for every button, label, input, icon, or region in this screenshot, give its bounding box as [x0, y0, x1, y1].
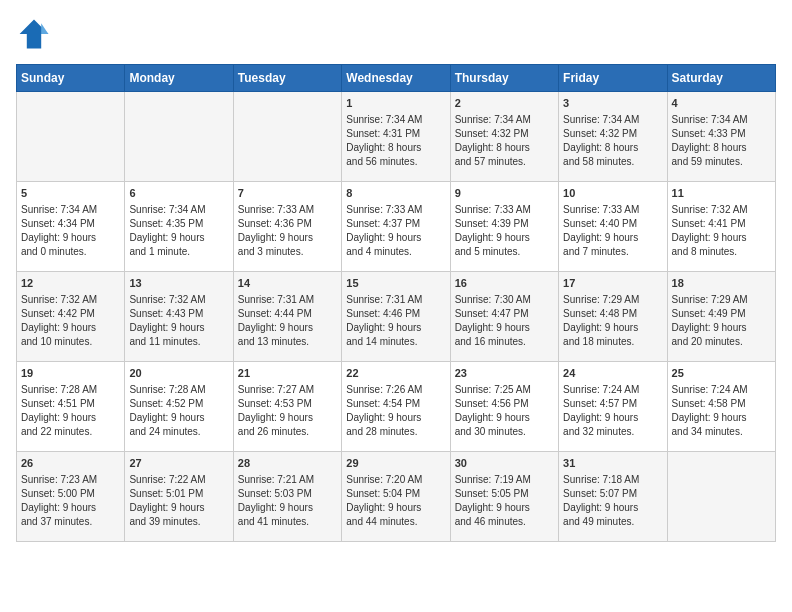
calendar-cell — [667, 452, 775, 542]
header-monday: Monday — [125, 65, 233, 92]
cell-text: Sunset: 4:33 PM — [672, 127, 771, 141]
cell-text: Sunrise: 7:31 AM — [346, 293, 445, 307]
cell-text: Sunrise: 7:20 AM — [346, 473, 445, 487]
calendar-cell: 26Sunrise: 7:23 AMSunset: 5:00 PMDayligh… — [17, 452, 125, 542]
day-number: 8 — [346, 186, 445, 201]
cell-text: Sunrise: 7:32 AM — [129, 293, 228, 307]
day-number: 26 — [21, 456, 120, 471]
cell-text: Daylight: 8 hours — [672, 141, 771, 155]
cell-text: Sunset: 4:35 PM — [129, 217, 228, 231]
cell-text: and 11 minutes. — [129, 335, 228, 349]
day-number: 19 — [21, 366, 120, 381]
cell-text: Sunset: 4:49 PM — [672, 307, 771, 321]
calendar-cell: 23Sunrise: 7:25 AMSunset: 4:56 PMDayligh… — [450, 362, 558, 452]
calendar-cell: 24Sunrise: 7:24 AMSunset: 4:57 PMDayligh… — [559, 362, 667, 452]
header-sunday: Sunday — [17, 65, 125, 92]
cell-text: Daylight: 9 hours — [563, 501, 662, 515]
cell-text: Sunrise: 7:33 AM — [455, 203, 554, 217]
day-number: 12 — [21, 276, 120, 291]
cell-text: Daylight: 9 hours — [672, 231, 771, 245]
calendar-cell: 28Sunrise: 7:21 AMSunset: 5:03 PMDayligh… — [233, 452, 341, 542]
cell-text: Sunset: 4:51 PM — [21, 397, 120, 411]
cell-text: Sunrise: 7:31 AM — [238, 293, 337, 307]
day-number: 6 — [129, 186, 228, 201]
cell-text: Daylight: 9 hours — [129, 411, 228, 425]
cell-text: Sunset: 5:07 PM — [563, 487, 662, 501]
calendar-cell: 17Sunrise: 7:29 AMSunset: 4:48 PMDayligh… — [559, 272, 667, 362]
cell-text: Sunrise: 7:28 AM — [21, 383, 120, 397]
cell-text: Sunrise: 7:34 AM — [563, 113, 662, 127]
cell-text: Sunrise: 7:33 AM — [563, 203, 662, 217]
cell-text: Daylight: 9 hours — [238, 501, 337, 515]
cell-text: and 8 minutes. — [672, 245, 771, 259]
header-friday: Friday — [559, 65, 667, 92]
cell-text: Daylight: 9 hours — [563, 321, 662, 335]
page-header — [16, 16, 776, 52]
cell-text: and 16 minutes. — [455, 335, 554, 349]
cell-text: Sunset: 5:05 PM — [455, 487, 554, 501]
cell-text: Daylight: 8 hours — [455, 141, 554, 155]
cell-text: Daylight: 9 hours — [346, 411, 445, 425]
cell-text: Sunset: 4:47 PM — [455, 307, 554, 321]
cell-text: Sunset: 4:40 PM — [563, 217, 662, 231]
cell-text: Sunrise: 7:34 AM — [129, 203, 228, 217]
cell-text: and 57 minutes. — [455, 155, 554, 169]
cell-text: Daylight: 9 hours — [21, 231, 120, 245]
cell-text: and 18 minutes. — [563, 335, 662, 349]
day-number: 5 — [21, 186, 120, 201]
cell-text: and 13 minutes. — [238, 335, 337, 349]
cell-text: and 32 minutes. — [563, 425, 662, 439]
cell-text: Daylight: 9 hours — [346, 231, 445, 245]
cell-text: Sunrise: 7:28 AM — [129, 383, 228, 397]
calendar-cell: 14Sunrise: 7:31 AMSunset: 4:44 PMDayligh… — [233, 272, 341, 362]
day-number: 4 — [672, 96, 771, 111]
cell-text: Sunrise: 7:32 AM — [672, 203, 771, 217]
day-number: 3 — [563, 96, 662, 111]
day-number: 13 — [129, 276, 228, 291]
calendar-cell: 8Sunrise: 7:33 AMSunset: 4:37 PMDaylight… — [342, 182, 450, 272]
svg-marker-1 — [41, 23, 48, 34]
day-number: 18 — [672, 276, 771, 291]
cell-text: Daylight: 9 hours — [672, 321, 771, 335]
cell-text: and 44 minutes. — [346, 515, 445, 529]
cell-text: Sunrise: 7:24 AM — [672, 383, 771, 397]
cell-text: Sunset: 4:39 PM — [455, 217, 554, 231]
cell-text: Sunrise: 7:24 AM — [563, 383, 662, 397]
cell-text: Sunrise: 7:21 AM — [238, 473, 337, 487]
cell-text: Daylight: 9 hours — [672, 411, 771, 425]
cell-text: Sunset: 5:01 PM — [129, 487, 228, 501]
calendar-cell: 21Sunrise: 7:27 AMSunset: 4:53 PMDayligh… — [233, 362, 341, 452]
cell-text: Daylight: 9 hours — [129, 501, 228, 515]
calendar-cell: 11Sunrise: 7:32 AMSunset: 4:41 PMDayligh… — [667, 182, 775, 272]
day-number: 24 — [563, 366, 662, 381]
cell-text: Daylight: 9 hours — [455, 231, 554, 245]
cell-text: Sunset: 4:48 PM — [563, 307, 662, 321]
calendar-table: SundayMondayTuesdayWednesdayThursdayFrid… — [16, 64, 776, 542]
cell-text: Daylight: 9 hours — [21, 501, 120, 515]
cell-text: Sunset: 4:44 PM — [238, 307, 337, 321]
calendar-cell: 10Sunrise: 7:33 AMSunset: 4:40 PMDayligh… — [559, 182, 667, 272]
cell-text: and 49 minutes. — [563, 515, 662, 529]
logo-icon — [16, 16, 52, 52]
cell-text: Sunset: 4:43 PM — [129, 307, 228, 321]
day-number: 16 — [455, 276, 554, 291]
calendar-cell: 6Sunrise: 7:34 AMSunset: 4:35 PMDaylight… — [125, 182, 233, 272]
cell-text: Sunrise: 7:33 AM — [346, 203, 445, 217]
cell-text: Sunrise: 7:34 AM — [21, 203, 120, 217]
calendar-cell: 13Sunrise: 7:32 AMSunset: 4:43 PMDayligh… — [125, 272, 233, 362]
calendar-week-row: 19Sunrise: 7:28 AMSunset: 4:51 PMDayligh… — [17, 362, 776, 452]
cell-text: Sunset: 4:31 PM — [346, 127, 445, 141]
cell-text: Daylight: 9 hours — [455, 321, 554, 335]
calendar-cell: 1Sunrise: 7:34 AMSunset: 4:31 PMDaylight… — [342, 92, 450, 182]
day-number: 20 — [129, 366, 228, 381]
header-saturday: Saturday — [667, 65, 775, 92]
cell-text: Daylight: 9 hours — [238, 411, 337, 425]
cell-text: and 20 minutes. — [672, 335, 771, 349]
calendar-cell: 30Sunrise: 7:19 AMSunset: 5:05 PMDayligh… — [450, 452, 558, 542]
cell-text: and 59 minutes. — [672, 155, 771, 169]
cell-text: and 39 minutes. — [129, 515, 228, 529]
cell-text: Daylight: 9 hours — [563, 411, 662, 425]
calendar-week-row: 26Sunrise: 7:23 AMSunset: 5:00 PMDayligh… — [17, 452, 776, 542]
cell-text: and 4 minutes. — [346, 245, 445, 259]
cell-text: Sunset: 4:46 PM — [346, 307, 445, 321]
